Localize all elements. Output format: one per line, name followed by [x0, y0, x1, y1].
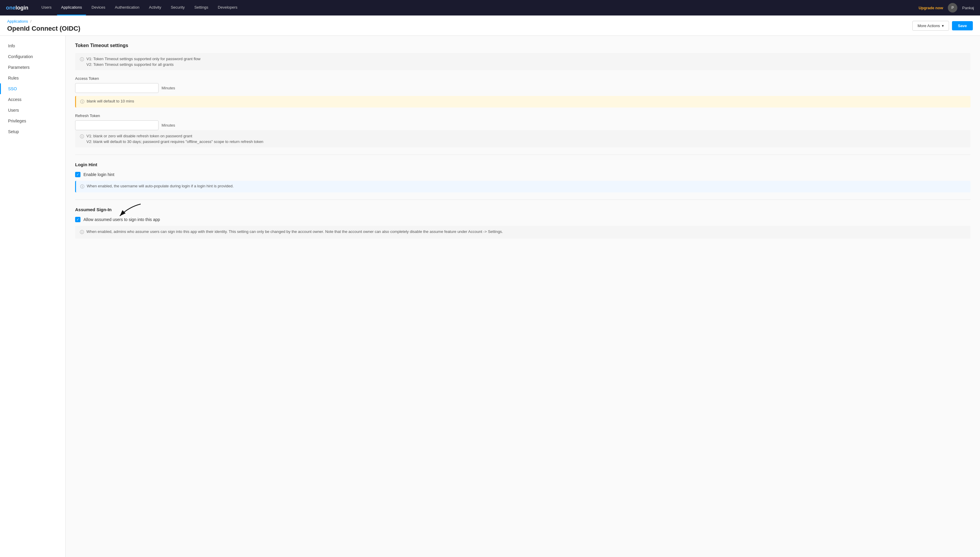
token-info-line1: V1: Token Timeout settings supported onl… [87, 57, 201, 61]
logo[interactable]: onelogin [6, 5, 28, 11]
login-hint-title: Login Hint [75, 162, 970, 167]
nav-item-authentication[interactable]: Authentication [111, 0, 144, 15]
access-token-unit: Minutes [162, 86, 175, 90]
sidebar-item-parameters[interactable]: Parameters [0, 62, 65, 73]
sidebar-item-users[interactable]: Users [0, 105, 65, 116]
avatar[interactable]: P [948, 3, 957, 13]
sidebar: Info Configuration Parameters Rules SSO … [0, 36, 65, 557]
nav-right: Upgrade now P Pankaj [919, 3, 974, 13]
assumed-signin-section: Assumed Sign-In ✓ Allow assumed users to… [75, 207, 970, 239]
sidebar-item-setup[interactable]: Setup [0, 126, 65, 137]
access-token-label: Access Token [75, 76, 970, 81]
refresh-hint-line2: V2: blank will default to 30 days; passw… [87, 139, 263, 144]
refresh-token-row: Minutes [75, 121, 970, 130]
refresh-hint-lines: V1: blank or zero will disable refresh t… [87, 134, 263, 144]
assumed-signin-title: Assumed Sign-In [75, 207, 970, 212]
enable-login-hint-label: Enable login hint [83, 172, 114, 177]
token-timeout-info-box: ⓘ V1: Token Timeout settings supported o… [75, 53, 970, 70]
assumed-signin-info: ⓘ When enabled, admins who assume users … [75, 226, 970, 239]
access-token-row: Minutes [75, 83, 970, 93]
access-token-hint-text: blank will default to 10 mins [87, 99, 134, 103]
sidebar-item-access[interactable]: Access [0, 94, 65, 105]
assumed-signin-checkbox-row: ✓ Allow assumed users to sign into this … [75, 217, 970, 222]
access-token-hint: ⓘ blank will default to 10 mins [75, 96, 970, 107]
login-hint-checkbox-row: ✓ Enable login hint [75, 172, 970, 177]
refresh-hint-line1: V1: blank or zero will disable refresh t… [87, 134, 263, 138]
nav-menu: Users Applications Devices Authenticatio… [37, 0, 919, 15]
sidebar-item-privileges[interactable]: Privileges [0, 116, 65, 126]
enable-login-hint-checkbox[interactable]: ✓ [75, 172, 80, 177]
header-actions: More Actions ▾ Save [912, 21, 973, 31]
more-actions-button[interactable]: More Actions ▾ [912, 21, 949, 31]
nav-item-users[interactable]: Users [37, 0, 56, 15]
refresh-token-label: Refresh Token [75, 114, 970, 118]
login-hint-info: ⓘ When enabled, the username will auto-p… [75, 181, 970, 192]
token-info-line2: V2: Token Timeout settings supported for… [87, 62, 201, 67]
login-hint-info-text: When enabled, the username will auto-pop… [87, 184, 234, 188]
breadcrumb: Applications / [7, 19, 80, 24]
upgrade-button[interactable]: Upgrade now [919, 6, 943, 10]
nav-item-activity[interactable]: Activity [145, 0, 165, 15]
assumed-signin-info-text: When enabled, admins who assume users ca… [87, 230, 503, 234]
refresh-token-group: Refresh Token Minutes ⓘ V1: blank or zer… [75, 114, 970, 147]
token-timeout-info-lines: V1: Token Timeout settings supported onl… [87, 57, 201, 67]
assumed-signin-info-icon: ⓘ [80, 230, 84, 235]
breadcrumb-applications[interactable]: Applications [7, 19, 28, 24]
user-name: Pankaj [962, 6, 974, 10]
divider-1 [75, 155, 970, 155]
sidebar-item-rules[interactable]: Rules [0, 73, 65, 83]
main-content: Token Timeout settings ⓘ V1: Token Timeo… [65, 36, 980, 557]
login-hint-info-icon: ⓘ [80, 184, 84, 189]
sidebar-item-sso[interactable]: SSO [0, 83, 65, 94]
main-layout: Info Configuration Parameters Rules SSO … [0, 36, 980, 557]
access-token-group: Access Token Minutes ⓘ blank will defaul… [75, 76, 970, 107]
token-timeout-section: Token Timeout settings ⓘ V1: Token Timeo… [75, 43, 970, 147]
sub-header: Applications / OpenId Connect (OIDC) Mor… [0, 15, 980, 36]
access-token-input[interactable] [75, 83, 158, 93]
title-area: Applications / OpenId Connect (OIDC) [7, 19, 80, 33]
checkmark-icon: ✓ [76, 173, 79, 176]
sidebar-item-configuration[interactable]: Configuration [0, 51, 65, 62]
nav-item-applications[interactable]: Applications [57, 0, 86, 15]
chevron-down-icon: ▾ [942, 24, 944, 28]
save-button[interactable]: Save [952, 21, 973, 30]
sidebar-item-info[interactable]: Info [0, 41, 65, 51]
top-navigation: onelogin Users Applications Devices Auth… [0, 0, 980, 15]
hint-icon: ⓘ [80, 99, 84, 104]
breadcrumb-separator: / [30, 19, 32, 24]
nav-item-devices[interactable]: Devices [87, 0, 109, 15]
info-icon: ⓘ [80, 57, 84, 62]
refresh-hint-icon: ⓘ [80, 134, 84, 139]
checkmark-icon-2: ✓ [76, 218, 79, 221]
more-actions-label: More Actions [917, 24, 940, 28]
page-title: OpenId Connect (OIDC) [7, 25, 80, 33]
allow-assumed-users-checkbox[interactable]: ✓ [75, 217, 80, 222]
refresh-token-unit: Minutes [162, 123, 175, 127]
refresh-token-hint: ⓘ V1: blank or zero will disable refresh… [75, 130, 970, 147]
page-title-row: Applications / OpenId Connect (OIDC) Mor… [7, 19, 973, 36]
nav-item-settings[interactable]: Settings [190, 0, 212, 15]
nav-item-developers[interactable]: Developers [214, 0, 242, 15]
refresh-token-input[interactable] [75, 121, 158, 130]
token-timeout-title: Token Timeout settings [75, 43, 970, 48]
arrow-annotation [111, 201, 147, 219]
nav-item-security[interactable]: Security [167, 0, 189, 15]
login-hint-section: Login Hint ✓ Enable login hint ⓘ When en… [75, 162, 970, 192]
